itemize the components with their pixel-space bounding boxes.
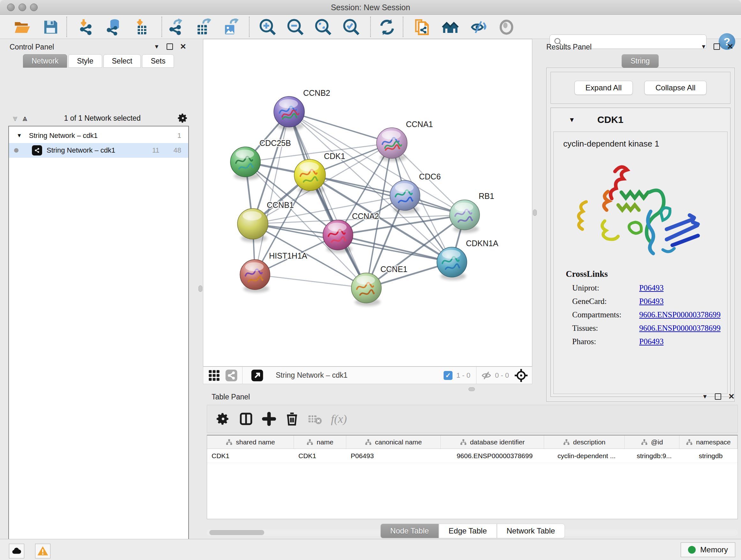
share-view-icon[interactable] xyxy=(225,369,238,382)
right-splitter-handle[interactable] xyxy=(533,209,537,216)
fit-content-crosshair-icon[interactable] xyxy=(514,368,528,382)
save-session-button[interactable] xyxy=(42,18,60,37)
columns-icon[interactable] xyxy=(239,412,253,426)
crosslink-tissues-link[interactable]: 9606.ENSP00000378699 xyxy=(639,324,721,333)
panel-float-icon[interactable] xyxy=(714,44,720,50)
zoom-selected-button[interactable] xyxy=(342,18,360,37)
export-network-button[interactable] xyxy=(166,18,185,37)
selected-checkbox-icon[interactable]: ✓ xyxy=(444,371,453,380)
crosslinks-section: CrossLinks Uniprot: P06493 GeneCard: P06… xyxy=(554,269,727,346)
panel-menu-icon[interactable]: ▼ xyxy=(154,44,159,50)
save-floppy-icon xyxy=(42,18,59,36)
column-header-databaseidentifier[interactable]: database identifier xyxy=(441,435,544,449)
gear-icon[interactable] xyxy=(178,113,188,124)
column-header-namespace[interactable]: namespace xyxy=(679,435,738,449)
tab-edge-table[interactable]: Edge Table xyxy=(439,523,497,538)
column-header-description[interactable]: description xyxy=(544,435,624,449)
open-in-new-icon[interactable] xyxy=(251,369,264,382)
expand-all-icon[interactable]: ⩓ xyxy=(23,113,27,123)
network-status-dot xyxy=(14,148,18,152)
collapse-all-icon[interactable]: ⩔ xyxy=(13,113,17,123)
refresh-button[interactable] xyxy=(378,18,396,37)
network-node-HIST1H1A[interactable]: HIST1H1A xyxy=(240,251,307,293)
network-view-canvas[interactable]: CCNB2CCNA1CDC25BCDK1CDC6RB1CCNB1CCNA2CDK… xyxy=(203,39,532,367)
export-image-icon xyxy=(222,18,239,36)
export-table-button[interactable] xyxy=(194,18,212,37)
warning-status-button[interactable] xyxy=(35,544,51,558)
hide-panel-button[interactable] xyxy=(469,18,488,37)
grid-view-icon[interactable] xyxy=(208,369,220,382)
crosslink-label: Compartments: xyxy=(572,310,639,319)
network-row[interactable]: String Network – cdk1 11 48 xyxy=(9,143,188,158)
column-attribute-icon xyxy=(307,439,313,446)
network-node-CDKN1A[interactable]: CDKN1A xyxy=(437,239,498,280)
selected-count-group: ✓ 1 - 0 xyxy=(444,371,476,380)
section-collapse-icon[interactable]: ▼ xyxy=(569,116,575,124)
network-node-CCNB1[interactable]: CCNB1 xyxy=(238,200,294,242)
panel-close-icon[interactable]: ✕ xyxy=(728,392,735,401)
network-collection-row[interactable]: ▼ String Network – cdk1 1 xyxy=(9,128,188,143)
memory-button[interactable]: Memory xyxy=(681,543,735,557)
home-icon xyxy=(442,18,459,36)
column-header-name[interactable]: name xyxy=(294,435,346,449)
panel-close-icon[interactable]: ✕ xyxy=(727,42,733,51)
protein-section-header[interactable]: ▼ CDK1 xyxy=(551,108,730,132)
delete-column-icon[interactable] xyxy=(285,412,299,426)
add-column-icon[interactable] xyxy=(262,412,276,426)
tab-style[interactable]: Style xyxy=(68,54,102,68)
cloud-status-button[interactable] xyxy=(9,544,24,558)
panel-menu-icon[interactable]: ▼ xyxy=(701,44,706,50)
tab-network[interactable]: Network xyxy=(23,54,67,68)
panel-float-icon[interactable] xyxy=(715,393,721,400)
zoom-out-button[interactable] xyxy=(286,18,305,37)
tab-network-table[interactable]: Network Table xyxy=(497,523,565,538)
panel-float-icon[interactable] xyxy=(166,44,173,50)
table-cell: cyclin-dependent ... xyxy=(544,449,624,462)
tab-string[interactable]: String xyxy=(622,54,659,68)
network-edge-count: 48 xyxy=(174,146,181,154)
collapse-all-button[interactable]: Collapse All xyxy=(644,81,706,95)
panel-close-icon[interactable]: ✕ xyxy=(180,42,186,51)
column-header-canonicalname[interactable]: canonical name xyxy=(346,435,441,449)
column-attribute-icon xyxy=(460,439,467,446)
import-table-button[interactable] xyxy=(133,18,151,37)
export-image-button[interactable] xyxy=(221,18,240,37)
left-splitter-handle[interactable] xyxy=(199,286,202,292)
home-button[interactable] xyxy=(441,18,460,37)
tree-expand-icon[interactable]: ▼ xyxy=(17,132,22,139)
toolbar-separator xyxy=(249,17,250,37)
node-table: shared namenamecanonical namedatabase id… xyxy=(207,435,738,519)
open-session-button[interactable] xyxy=(13,18,31,37)
tab-node-table[interactable]: Node Table xyxy=(381,523,439,538)
column-header-sharedname[interactable]: shared name xyxy=(207,435,294,449)
export-network-icon xyxy=(167,18,185,36)
toolbar-separator xyxy=(370,17,371,37)
panel-menu-icon[interactable]: ▼ xyxy=(702,393,708,400)
table-gear-icon[interactable] xyxy=(216,412,230,426)
network-node-RB1[interactable]: RB1 xyxy=(450,192,494,233)
toolbar-separator xyxy=(66,17,67,37)
tab-sets[interactable]: Sets xyxy=(142,54,174,68)
network-node-CDK1[interactable]: CDK1 xyxy=(294,152,345,194)
crosslink-row: Uniprot: P06493 xyxy=(572,284,727,293)
zoom-in-button[interactable] xyxy=(259,18,277,37)
crosslink-compartments-link[interactable]: 9606.ENSP00000378699 xyxy=(639,310,721,319)
network-node-CCNE1[interactable]: CCNE1 xyxy=(351,265,408,306)
application-window: Session: New Session xyxy=(0,0,741,560)
share-document-button[interactable] xyxy=(412,18,431,37)
crosslink-uniprot-link[interactable]: P06493 xyxy=(639,284,664,293)
zoom-fit-button[interactable] xyxy=(314,18,333,37)
node-label-CDKN1A: CDKN1A xyxy=(466,239,498,248)
import-database-button[interactable] xyxy=(105,18,123,37)
table-row[interactable]: CDK1CDK1P064939606.ENSP00000378699cyclin… xyxy=(207,449,738,463)
protein-description: cyclin-dependent kinase 1 xyxy=(563,139,727,149)
crosslink-genecard-link[interactable]: P06493 xyxy=(639,297,664,306)
expand-collapse-bar: Expand All Collapse All xyxy=(550,72,731,104)
column-header-id[interactable]: @id xyxy=(624,435,679,449)
expand-all-button[interactable]: Expand All xyxy=(575,81,633,95)
tab-select[interactable]: Select xyxy=(104,54,141,68)
crosslink-pharos-link[interactable]: P06493 xyxy=(639,337,664,346)
import-network-button[interactable] xyxy=(77,18,96,37)
show-panel-button[interactable] xyxy=(497,18,516,37)
crosslink-label: GeneCard: xyxy=(572,297,639,306)
